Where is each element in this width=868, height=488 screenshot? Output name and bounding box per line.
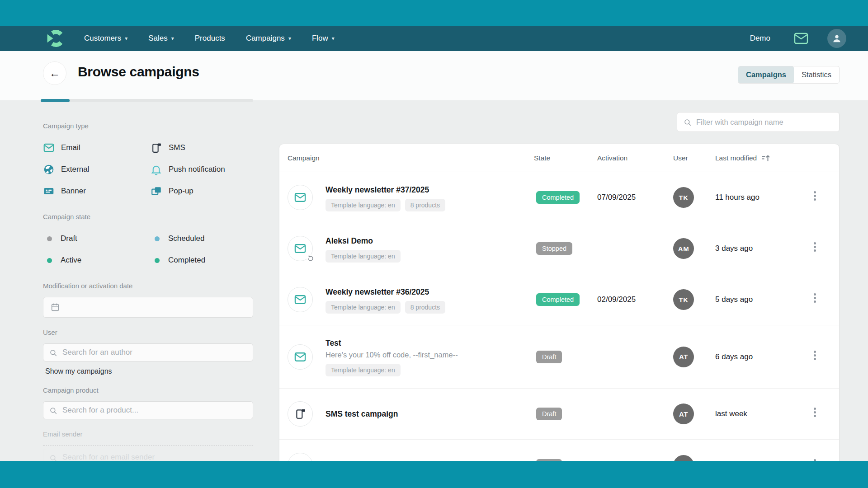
date-input[interactable] [43, 297, 253, 318]
table-row[interactable]: SMS test campaign Draft AT last week [279, 389, 839, 440]
campaign-title[interactable]: SMS test campaign [326, 409, 398, 419]
brand-logo[interactable] [45, 28, 65, 48]
table-row[interactable]: Weekly newsletter #36/2025 Template lang… [279, 274, 839, 325]
activation-date: 02/09/2025 [597, 295, 673, 304]
filter-type-email[interactable]: Email [43, 137, 151, 159]
col-activation: Activation [597, 154, 673, 162]
row-user-avatar: TK [673, 187, 694, 208]
col-campaign: Campaign [288, 154, 534, 162]
product-search [43, 401, 253, 419]
campaign-type-label: Campaign type [43, 122, 253, 130]
kebab-menu-icon[interactable] [814, 242, 816, 244]
campaign-title[interactable]: Aleksi Demo [326, 236, 401, 246]
product-filter-label: Campaign product [43, 386, 253, 394]
campaign-tags: Template language: en8 products [326, 199, 445, 211]
completed-dot [155, 258, 160, 263]
email-icon [43, 142, 56, 154]
filter-type-banner[interactable]: Banner [43, 180, 151, 202]
col-last-modified: Last modified [715, 154, 757, 162]
email-icon [288, 287, 313, 312]
kebab-menu-icon[interactable] [814, 408, 816, 410]
mail-icon[interactable] [794, 33, 808, 44]
filter-type-popup[interactable]: Pop-up [151, 180, 253, 202]
email-sender-label: Email sender [43, 430, 253, 438]
kebab-menu-icon[interactable] [814, 293, 816, 296]
campaign-title[interactable]: Test [326, 338, 458, 348]
chevron-down-icon: ▾ [288, 35, 291, 42]
filter-state-completed[interactable]: Completed [151, 249, 253, 271]
nav-item-campaigns[interactable]: Campaigns▾ [246, 34, 291, 43]
back-button[interactable]: ← [43, 61, 66, 85]
campaign-tag: 8 products [405, 301, 445, 314]
sidebar-scrollbar-thumb[interactable] [41, 99, 70, 102]
campaign-tag: Template language: en [326, 364, 401, 376]
page-title: Browse campaigns [78, 64, 199, 80]
last-modified: 3 days ago [715, 244, 798, 253]
filter-state-draft[interactable]: Draft [43, 228, 151, 249]
scheduled-dot [155, 236, 160, 241]
campaign-filter-input[interactable] [677, 113, 839, 131]
campaign-type-options: Email SMS Extern [43, 137, 253, 202]
author-search-input[interactable] [43, 344, 253, 361]
globe-icon [43, 164, 56, 175]
last-modified: 5 days ago [715, 295, 798, 304]
chevron-down-icon: ▾ [171, 35, 174, 42]
last-modified: 11 hours ago [715, 193, 798, 202]
top-teal-strip [0, 0, 868, 26]
sort-icon[interactable] [761, 154, 771, 162]
banner-icon [43, 185, 56, 197]
nav-menu: Customers▾ Sales▾ Products▾ Campaigns▾ F… [84, 34, 355, 43]
campaign-tag: Template language: en [326, 250, 401, 263]
product-search-input[interactable] [43, 402, 253, 419]
calendar-icon [50, 302, 60, 312]
view-tabs: Campaigns Statistics [738, 66, 840, 84]
nav-item-sales[interactable]: Sales▾ [148, 34, 174, 43]
filter-type-sms[interactable]: SMS [151, 137, 253, 159]
campaign-title[interactable]: Weekly newsletter #36/2025 [326, 287, 445, 297]
email-icon [288, 236, 313, 261]
last-modified: 6 days ago [715, 352, 798, 361]
campaign-tag: 8 products [405, 199, 445, 211]
table-row[interactable]: Weekly newsletter #37/2025 Template lang… [279, 172, 839, 223]
sms-icon [151, 142, 163, 154]
campaign-tags: Template language: en [326, 364, 458, 376]
search-icon [684, 118, 692, 127]
table-header: Campaign State Activation User Last modi… [279, 144, 839, 172]
kebab-menu-icon[interactable] [814, 351, 816, 353]
chevron-down-icon: ▾ [125, 35, 127, 42]
nav-item-customers[interactable]: Customers▾ [84, 34, 127, 43]
draft-dot [47, 236, 52, 241]
activation-date: 07/09/2025 [597, 193, 673, 202]
filter-state-scheduled[interactable]: Scheduled [151, 228, 253, 249]
table-row[interactable]: Test Here's your 10% off code, --first_n… [279, 325, 839, 389]
campaign-title[interactable]: Weekly newsletter #37/2025 [326, 185, 445, 195]
campaign-subtitle: Here's your 10% off code, --first_name-- [326, 351, 458, 359]
email-icon [288, 185, 313, 210]
col-state: State [534, 154, 597, 162]
main-navbar: Customers▾ Sales▾ Products▾ Campaigns▾ F… [0, 26, 868, 51]
page-header: ← Browse campaigns Campaigns Statistics [0, 51, 868, 100]
table-row[interactable]: Aleksi Demo Template language: en Stoppe… [279, 223, 839, 274]
campaign-tag: Template language: en [326, 199, 401, 211]
filter-state-active[interactable]: Active [43, 249, 151, 271]
email-icon [288, 344, 313, 370]
account-name[interactable]: Demo [750, 34, 770, 43]
filter-type-external[interactable]: External [43, 159, 151, 180]
tab-statistics[interactable]: Statistics [794, 66, 839, 83]
divider [43, 445, 253, 446]
campaign-tags: Template language: en8 products [326, 301, 445, 314]
kebab-menu-icon[interactable] [814, 191, 816, 193]
nav-item-products[interactable]: Products▾ [195, 34, 225, 43]
campaign-state-label: Campaign state [43, 213, 253, 221]
state-badge: Completed [536, 191, 580, 204]
nav-item-flow[interactable]: Flow▾ [312, 34, 335, 43]
filter-type-push[interactable]: Push notification [151, 159, 253, 180]
row-user-avatar: TK [673, 289, 694, 310]
search-icon [49, 407, 57, 415]
tab-campaigns[interactable]: Campaigns [738, 66, 794, 83]
app-window: Customers▾ Sales▾ Products▾ Campaigns▾ F… [0, 0, 868, 488]
table-body: Weekly newsletter #37/2025 Template lang… [279, 172, 839, 488]
sms-icon [288, 401, 313, 427]
show-my-campaigns-link[interactable]: Show my campaigns [45, 367, 253, 375]
user-avatar-icon[interactable] [827, 29, 846, 48]
